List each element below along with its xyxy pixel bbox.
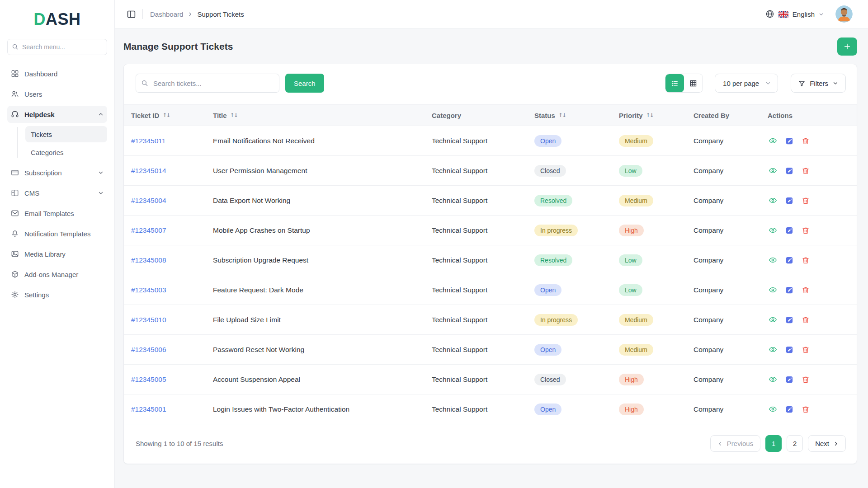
sidebar-toggle-icon[interactable] xyxy=(127,9,136,19)
avatar[interactable] xyxy=(835,5,853,23)
ticket-title: Email Notifications Not Received xyxy=(206,126,425,156)
ticket-id-link[interactable]: #12345007 xyxy=(124,216,206,245)
package-icon xyxy=(11,270,19,278)
sidebar-item-label: Email Templates xyxy=(24,210,104,217)
delete-button[interactable] xyxy=(801,225,811,235)
per-page-select[interactable]: 10 per page xyxy=(715,74,778,93)
main-area: Dashboard Support Tickets xyxy=(115,0,868,488)
chevron-down-icon xyxy=(819,12,824,17)
uk-flag-icon xyxy=(778,11,788,18)
sidebar-item-dashboard[interactable]: Dashboard xyxy=(7,65,107,82)
sidebar-item-email-templates[interactable]: Email Templates xyxy=(7,205,107,222)
language-selector[interactable]: English xyxy=(765,9,824,19)
sidebar-item-addons-manager[interactable]: Add-ons Manager xyxy=(7,266,107,283)
ticket-id-link[interactable]: #12345004 xyxy=(124,186,206,216)
ticket-id-link[interactable]: #12345001 xyxy=(124,394,206,424)
edit-button[interactable] xyxy=(784,315,794,325)
chevron-down-icon xyxy=(833,80,838,86)
ticket-category: Technical Support xyxy=(425,156,527,186)
status-badge: Open xyxy=(534,404,561,415)
edit-button[interactable] xyxy=(784,196,794,206)
view-button[interactable] xyxy=(768,344,778,355)
next-page-button[interactable]: Next xyxy=(808,435,846,452)
ticket-created-by: Company xyxy=(686,394,760,424)
view-button[interactable] xyxy=(768,195,778,206)
table-row: #12345004 Data Export Not Working Techni… xyxy=(124,186,857,216)
ticket-id-link[interactable]: #12345010 xyxy=(124,305,206,335)
sidebar-item-helpdesk[interactable]: Helpdesk xyxy=(7,106,107,123)
view-button[interactable] xyxy=(768,136,778,146)
ticket-id-link[interactable]: #12345011 xyxy=(124,126,206,156)
priority-badge: Medium xyxy=(619,314,653,326)
sort-icon[interactable]: ↑↓ xyxy=(162,112,170,118)
tickets-search-input[interactable] xyxy=(136,74,279,93)
edit-button[interactable] xyxy=(784,345,794,355)
delete-button[interactable] xyxy=(801,375,811,385)
filters-button[interactable]: Filters xyxy=(791,74,846,93)
sort-icon[interactable]: ↑↓ xyxy=(646,112,653,118)
view-button[interactable] xyxy=(768,404,778,414)
delete-button[interactable] xyxy=(801,196,811,206)
delete-button[interactable] xyxy=(801,404,811,414)
view-button[interactable] xyxy=(768,285,778,295)
ticket-id-link[interactable]: #12345005 xyxy=(124,365,206,394)
delete-button[interactable] xyxy=(801,166,811,176)
view-button[interactable] xyxy=(768,225,778,235)
sort-icon[interactable]: ↑↓ xyxy=(558,112,566,118)
sidebar-item-tickets[interactable]: Tickets xyxy=(25,126,107,142)
delete-button[interactable] xyxy=(801,285,811,295)
edit-button[interactable] xyxy=(784,136,794,146)
sidebar-item-categories[interactable]: Categories xyxy=(25,144,107,160)
brand-logo-accent: D xyxy=(33,10,46,28)
sidebar-item-cms[interactable]: CMS xyxy=(7,184,107,202)
row-actions xyxy=(768,186,853,215)
breadcrumb-dashboard[interactable]: Dashboard xyxy=(150,10,183,18)
edit-button[interactable] xyxy=(784,166,794,176)
delete-button[interactable] xyxy=(801,136,811,146)
topbar: Dashboard Support Tickets xyxy=(115,0,868,28)
sidebar-search-input[interactable] xyxy=(7,39,107,55)
view-button[interactable] xyxy=(768,255,778,265)
priority-badge: Low xyxy=(619,284,642,296)
delete-button[interactable] xyxy=(801,345,811,355)
sidebar-item-notification-templates[interactable]: Notification Templates xyxy=(7,225,107,242)
ticket-created-by: Company xyxy=(686,275,760,305)
table-row: #12345008 Subscription Upgrade Request T… xyxy=(124,245,857,275)
ticket-id-link[interactable]: #12345003 xyxy=(124,275,206,305)
table-row: #12345007 Mobile App Crashes on Startup … xyxy=(124,216,857,245)
ticket-id-link[interactable]: #12345006 xyxy=(124,335,206,365)
sidebar-item-settings[interactable]: Settings xyxy=(7,286,107,303)
edit-button[interactable] xyxy=(784,225,794,235)
page-button-1[interactable]: 1 xyxy=(765,435,782,452)
page-button-2[interactable]: 2 xyxy=(787,435,803,452)
sidebar-item-media-library[interactable]: Media Library xyxy=(7,245,107,263)
sidebar-item-users[interactable]: Users xyxy=(7,85,107,103)
sidebar: DASH Dashboard Users Helpdesk Tickets Ca… xyxy=(0,0,115,488)
sidebar-item-subscription[interactable]: Subscription xyxy=(7,164,107,181)
delete-button[interactable] xyxy=(801,315,811,325)
grid-view-button[interactable] xyxy=(684,74,703,92)
row-actions xyxy=(768,245,853,275)
users-icon xyxy=(11,90,19,98)
globe-icon xyxy=(765,9,774,19)
sidebar-item-label: Settings xyxy=(24,291,104,299)
ticket-id-link[interactable]: #12345008 xyxy=(124,245,206,275)
view-button[interactable] xyxy=(768,374,778,385)
edit-button[interactable] xyxy=(784,375,794,385)
delete-button[interactable] xyxy=(801,255,811,265)
edit-button[interactable] xyxy=(784,404,794,414)
list-view-button[interactable] xyxy=(665,74,684,92)
sort-icon[interactable]: ↑↓ xyxy=(230,112,237,118)
edit-button[interactable] xyxy=(784,285,794,295)
add-ticket-button[interactable] xyxy=(837,38,857,56)
ticket-title: Account Suspension Appeal xyxy=(206,365,425,394)
view-button[interactable] xyxy=(768,165,778,176)
search-button[interactable]: Search xyxy=(285,74,324,93)
edit-button[interactable] xyxy=(784,255,794,265)
filters-label: Filters xyxy=(810,80,828,87)
column-header-priority: Priority↑↓ xyxy=(612,105,686,126)
row-actions xyxy=(768,305,853,334)
ticket-id-link[interactable]: #12345014 xyxy=(124,156,206,186)
previous-page-button[interactable]: Previous xyxy=(710,435,760,452)
view-button[interactable] xyxy=(768,314,778,325)
